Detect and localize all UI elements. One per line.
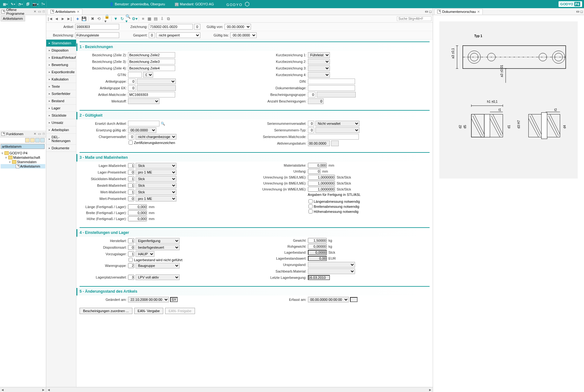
sme-n[interactable] (128, 176, 134, 181)
func-icon[interactable] (40, 138, 45, 142)
prev-icon[interactable]: ◄ (54, 16, 59, 22)
hoh-input[interactable] (128, 216, 147, 221)
first-icon[interactable]: |◄ (47, 16, 53, 22)
umf-input[interactable] (308, 169, 320, 174)
gesperrt-select[interactable]: nicht gesperrt (156, 32, 200, 38)
close-icon[interactable]: ✕ (34, 132, 36, 135)
lpe-n[interactable] (128, 170, 134, 175)
tree-search-input[interactable] (1, 144, 45, 149)
snt-select[interactable] (315, 127, 359, 133)
bz3-input[interactable] (128, 59, 175, 64)
sidemenu-disposition[interactable]: ▸Disposition (46, 47, 76, 54)
maximize-icon[interactable]: □ (429, 10, 431, 14)
sidemenu-umsatz[interactable]: ▸Umsatz (46, 119, 76, 126)
export-icon[interactable]: ⇩ (159, 16, 165, 22)
minimize-icon[interactable]: ▭ (38, 10, 41, 13)
snt-n[interactable] (308, 127, 314, 133)
grid-icon[interactable]: ▦ (147, 16, 152, 22)
sidemenu-del[interactable]: ▸DEL-Notierungen (46, 134, 76, 145)
hart-n[interactable] (128, 238, 134, 243)
gear-icon[interactable]: ⚙▾ (132, 16, 137, 22)
sidemenu-texte[interactable]: ▸Texte (46, 83, 76, 90)
wme-select[interactable]: Stck (136, 189, 176, 195)
ubme-input[interactable] (308, 181, 335, 186)
hart-select[interactable]: Eigenfertigung (136, 238, 180, 244)
kb1-select[interactable]: Führleiste (308, 52, 330, 58)
din-input[interactable] (308, 79, 355, 84)
agrp-select[interactable] (137, 79, 176, 84)
close-icon[interactable]: ✕ (477, 10, 480, 14)
last-icon[interactable]: ►| (66, 16, 72, 22)
doc-search-icon[interactable]: 🗐 (25, 1, 31, 7)
wme-n[interactable] (128, 190, 134, 195)
cb-nogef[interactable] (129, 258, 133, 262)
zeichnung-n[interactable] (194, 24, 200, 30)
tree-node[interactable]: ∨Stammdaten (1, 160, 45, 164)
search-icon[interactable]: 🔍 (161, 122, 165, 126)
layout-icon[interactable]: ▦▾ (2, 1, 9, 7)
save-icon[interactable]: 💾 (81, 16, 87, 22)
agrpek-n[interactable] (128, 85, 136, 91)
agrp-n[interactable] (128, 79, 136, 84)
beschein-button[interactable]: Bescheinigungen zuordnen ... (80, 308, 132, 314)
rgew-input[interactable] (308, 244, 327, 249)
gea-select[interactable]: 22.10.2008 00:00:00 (128, 297, 169, 302)
vlag-n[interactable] (128, 251, 134, 257)
pie-icon[interactable]: ◔▾ (17, 1, 24, 7)
aktdat-btn[interactable] (331, 141, 339, 146)
gtin-input[interactable] (128, 72, 142, 78)
refresh-icon[interactable]: ↻ (119, 16, 125, 22)
add-icon[interactable]: + (75, 16, 81, 22)
sidemenu-einkauf[interactable]: ▸Einkauf/Verkauf (46, 54, 76, 61)
lme-select[interactable]: Stck (136, 163, 176, 168)
left-scrollbar[interactable]: ◄► (0, 387, 46, 392)
bz4-input[interactable] (128, 65, 175, 71)
filter-icon[interactable]: ▼ (113, 16, 119, 22)
uwme-input[interactable] (308, 187, 335, 192)
minimize-icon[interactable]: ▭ (425, 9, 428, 14)
cb-breite[interactable] (309, 204, 313, 208)
zert-checkbox[interactable] (129, 141, 133, 145)
wpe-n[interactable] (128, 196, 134, 201)
sidemenu-stueckliste[interactable]: ▸Stückliste (46, 112, 76, 119)
sidemenu-lager[interactable]: ▸Lager (46, 105, 76, 112)
ean-vergabe-button[interactable]: EAN- Vergabe (134, 308, 163, 314)
cb-hoehe[interactable] (309, 209, 313, 213)
delete-icon[interactable]: ✖ (90, 16, 95, 22)
search-icon[interactable]: 🔍▾ (125, 16, 131, 22)
gtin-select[interactable]: 0 (143, 72, 153, 78)
close-icon[interactable]: ✕ (34, 10, 36, 13)
kb3-select[interactable] (308, 65, 330, 71)
maximize-icon[interactable]: □ (581, 10, 583, 14)
close-icon[interactable]: ✕ (77, 10, 80, 14)
uland-select[interactable] (308, 262, 355, 268)
camera-icon[interactable]: 📷▾ (32, 1, 39, 7)
brt-input[interactable] (128, 210, 147, 215)
sidemenu-bestand[interactable]: ▸Bestand (46, 97, 76, 105)
gueltig-von-select[interactable]: 00.00.0000 (225, 24, 251, 30)
sidemenu-bewertung[interactable]: ▸Bewertung (46, 61, 76, 69)
sidemenu-sortierfelder[interactable]: ▸Sortierfelder (46, 90, 76, 97)
lpv-select[interactable]: LPV voll aktiv (136, 274, 180, 280)
artikel-input[interactable] (75, 24, 119, 30)
snv-n[interactable] (308, 121, 314, 126)
sbm-select[interactable] (308, 268, 355, 274)
erf-select[interactable]: 00.00.0000 00:00:00 (308, 297, 349, 302)
disp-n[interactable] (128, 245, 134, 250)
func-icon[interactable] (35, 138, 40, 142)
cb-laenge[interactable] (309, 199, 313, 203)
len-input[interactable] (128, 204, 147, 209)
ersetzab-select[interactable]: 00.00.0000 (128, 127, 156, 133)
ersetzt-input[interactable] (128, 121, 159, 126)
lpe-select[interactable]: pro 1 ME (136, 169, 176, 175)
maximize-icon[interactable]: □ (43, 10, 45, 13)
maximize-icon[interactable]: □ (43, 132, 45, 135)
bz2-input[interactable] (128, 52, 175, 58)
center-scrollbar[interactable]: ◄► (46, 387, 433, 392)
usme-input[interactable] (308, 175, 335, 180)
match-input[interactable] (128, 92, 175, 97)
bme-select[interactable]: Stck (136, 183, 176, 188)
disp-select[interactable]: bedarfsgesteuert (136, 245, 180, 250)
window-icon[interactable]: ⧉ (165, 16, 171, 22)
tree-node[interactable]: ∨Materialwirtschaft (1, 155, 45, 160)
